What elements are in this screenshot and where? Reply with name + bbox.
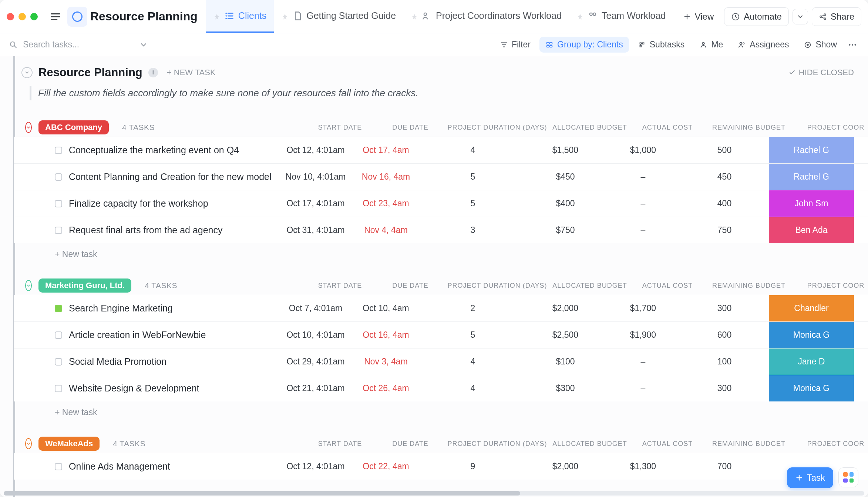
more-options-button[interactable] — [846, 38, 859, 51]
me-button[interactable]: Me — [693, 37, 729, 53]
task-title[interactable]: Finalize capacity for the workshop — [69, 198, 208, 209]
coordinator-cell[interactable]: Monica G — [769, 375, 854, 401]
filter-button[interactable]: Filter — [494, 37, 536, 53]
content-area[interactable]: Resource Planning i + NEW TASK HIDE CLOS… — [0, 56, 868, 497]
chevron-down-icon[interactable] — [139, 40, 148, 49]
task-title[interactable]: Website Design & Development — [69, 383, 199, 394]
table-row[interactable]: Request final arts from the ad agency Oc… — [14, 217, 868, 243]
duration-cell[interactable]: 4 — [421, 145, 525, 155]
due-date-cell[interactable]: Oct 26, 4am — [351, 383, 421, 393]
group-collapse-button[interactable] — [25, 280, 32, 291]
horizontal-scrollbar[interactable] — [4, 491, 864, 496]
group-pill[interactable]: ABC Company — [38, 120, 109, 134]
status-checkbox[interactable] — [55, 227, 62, 234]
duration-cell[interactable]: 4 — [421, 357, 525, 367]
budget-cell[interactable]: $1,500 — [525, 145, 606, 155]
status-checkbox[interactable] — [55, 305, 62, 312]
budget-cell[interactable]: $2,000 — [525, 303, 606, 313]
show-button[interactable]: Show — [798, 37, 843, 53]
status-checkbox[interactable] — [55, 200, 62, 207]
start-date-cell[interactable]: Oct 17, 4:01am — [280, 199, 351, 209]
apps-fab[interactable] — [838, 467, 858, 487]
cost-cell[interactable]: $1,900 — [606, 330, 680, 340]
maximize-window-button[interactable] — [30, 13, 38, 20]
start-date-cell[interactable]: Oct 10, 4:01am — [280, 330, 351, 340]
search-input[interactable] — [23, 40, 134, 50]
due-date-cell[interactable]: Nov 4, 4am — [351, 225, 421, 235]
status-checkbox[interactable] — [55, 331, 62, 339]
due-date-cell[interactable]: Oct 22, 4am — [351, 461, 421, 471]
group-collapse-button[interactable] — [25, 122, 32, 133]
new-task-header-button[interactable]: + NEW TASK — [167, 68, 216, 77]
start-date-cell[interactable]: Nov 10, 4:01am — [280, 172, 351, 182]
duration-cell[interactable]: 5 — [421, 199, 525, 209]
remaining-cell[interactable]: 400 — [680, 199, 769, 209]
assignees-button[interactable]: Assignees — [732, 37, 795, 53]
status-checkbox[interactable] — [55, 463, 62, 470]
start-date-cell[interactable]: Oct 21, 4:01am — [280, 383, 351, 393]
duration-cell[interactable]: 5 — [421, 330, 525, 340]
status-checkbox[interactable] — [55, 385, 62, 392]
automate-dropdown[interactable] — [793, 9, 808, 24]
share-button[interactable]: Share — [812, 7, 861, 26]
tab-more[interactable] — [673, 0, 676, 33]
task-title[interactable]: Request final arts from the ad agency — [69, 225, 223, 236]
hide-closed-button[interactable]: HIDE CLOSED — [788, 68, 854, 77]
table-row[interactable]: Search Engine Marketing Oct 7, 4:01am Oc… — [14, 295, 868, 321]
add-view-button[interactable]: View — [676, 8, 721, 26]
tab-team-workload[interactable]: Team Workload — [569, 0, 673, 33]
info-icon[interactable]: i — [148, 68, 158, 77]
duration-cell[interactable]: 2 — [421, 303, 525, 313]
due-date-cell[interactable]: Nov 16, 4am — [351, 172, 421, 182]
budget-cell[interactable]: $2,000 — [525, 461, 606, 471]
scrollbar-thumb[interactable] — [4, 491, 520, 496]
close-window-button[interactable] — [7, 13, 14, 20]
coordinator-cell[interactable]: Ben Ada — [769, 217, 854, 243]
table-row[interactable]: Website Design & Development Oct 21, 4:0… — [14, 375, 868, 401]
duration-cell[interactable]: 9 — [421, 461, 525, 471]
tab-project-coordinators-workload[interactable]: Project Coordinators Workload — [403, 0, 569, 33]
duration-cell[interactable]: 5 — [421, 172, 525, 182]
tab-clients[interactable]: Clients — [206, 0, 274, 33]
group-collapse-button[interactable] — [25, 438, 32, 449]
cost-cell[interactable]: $1,000 — [606, 145, 680, 155]
cost-cell[interactable]: – — [606, 225, 680, 235]
task-title[interactable]: Conceptualize the marketing event on Q4 — [69, 145, 239, 156]
coordinator-cell[interactable]: John Sm — [769, 190, 854, 217]
table-row[interactable]: Online Ads Management Oct 12, 4:01am Oct… — [14, 453, 868, 480]
cost-cell[interactable]: – — [606, 383, 680, 393]
status-checkbox[interactable] — [55, 358, 62, 366]
coordinator-cell[interactable]: Chandler — [769, 295, 854, 321]
remaining-cell[interactable]: 300 — [680, 303, 769, 313]
start-date-cell[interactable]: Oct 31, 4:01am — [280, 225, 351, 235]
task-title[interactable]: Search Engine Marketing — [69, 303, 173, 314]
cost-cell[interactable]: – — [606, 172, 680, 182]
budget-cell[interactable]: $750 — [525, 225, 606, 235]
budget-cell[interactable]: $100 — [525, 357, 606, 367]
group-pill[interactable]: WeMakeAds — [38, 437, 100, 451]
automate-button[interactable]: Automate — [724, 7, 789, 26]
budget-cell[interactable]: $2,500 — [525, 330, 606, 340]
collapse-all-button[interactable] — [21, 67, 33, 78]
duration-cell[interactable]: 4 — [421, 383, 525, 393]
cost-cell[interactable]: – — [606, 357, 680, 367]
table-row[interactable]: Content Planning and Creation for the ne… — [14, 163, 868, 190]
task-title[interactable]: Content Planning and Creation for the ne… — [69, 171, 272, 182]
remaining-cell[interactable]: 700 — [680, 461, 769, 471]
table-row[interactable]: Finalize capacity for the workshop Oct 1… — [14, 190, 868, 217]
remaining-cell[interactable]: 100 — [680, 357, 769, 367]
start-date-cell[interactable]: Oct 29, 4:01am — [280, 357, 351, 367]
group-by-button[interactable]: Group by: Clients — [539, 37, 629, 53]
remaining-cell[interactable]: 300 — [680, 383, 769, 393]
new-task-inline-button[interactable]: + New task — [14, 243, 868, 259]
due-date-cell[interactable]: Oct 16, 4am — [351, 330, 421, 340]
remaining-cell[interactable]: 750 — [680, 225, 769, 235]
budget-cell[interactable]: $400 — [525, 199, 606, 209]
cost-cell[interactable]: $1,700 — [606, 303, 680, 313]
remaining-cell[interactable]: 450 — [680, 172, 769, 182]
task-title[interactable]: Social Media Promotion — [69, 356, 166, 367]
coordinator-cell[interactable]: Rachel G — [769, 164, 854, 190]
due-date-cell[interactable]: Oct 17, 4am — [351, 145, 421, 155]
cost-cell[interactable]: – — [606, 199, 680, 209]
remaining-cell[interactable]: 500 — [680, 145, 769, 155]
